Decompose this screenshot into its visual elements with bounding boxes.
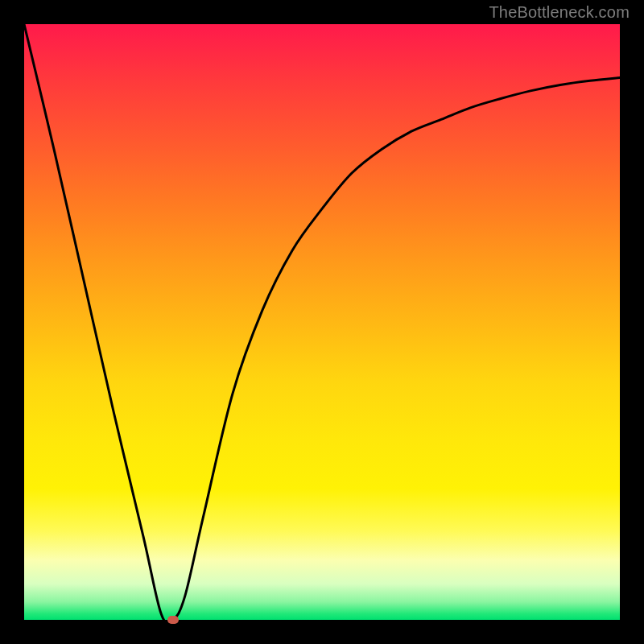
watermark-text: TheBottleneck.com (489, 3, 630, 22)
bottleneck-curve (24, 24, 620, 620)
chart-frame: TheBottleneck.com (0, 0, 644, 644)
plot-area (24, 24, 620, 620)
minimum-marker (167, 616, 179, 624)
curve-svg (24, 24, 620, 620)
